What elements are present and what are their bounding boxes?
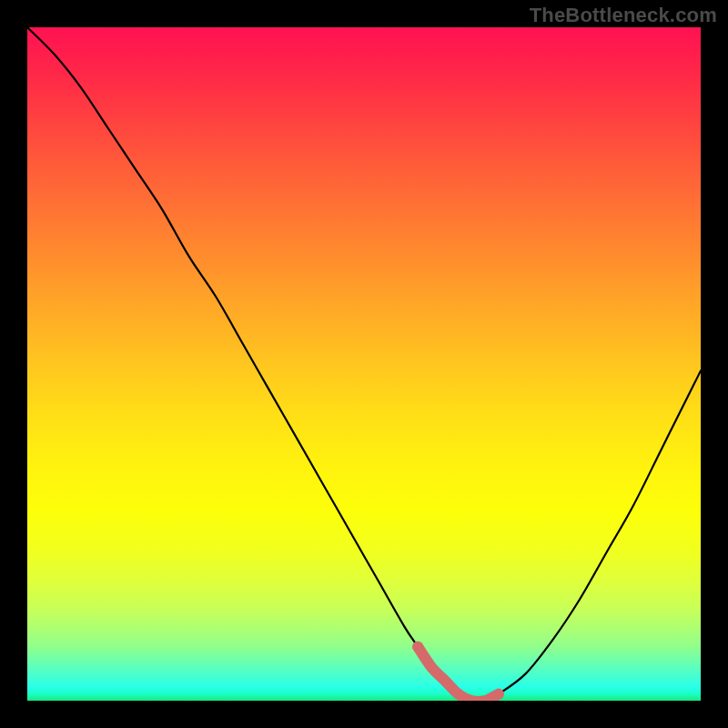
plot-area — [27, 27, 701, 701]
chart-container: TheBottleneck.com — [0, 0, 728, 728]
optimal-zone-highlight — [418, 647, 499, 701]
bottleneck-curve — [27, 27, 701, 701]
bottleneck-curve-svg — [27, 27, 701, 701]
optimal-zone-marker — [412, 642, 423, 652]
watermark-text: TheBottleneck.com — [530, 4, 717, 27]
